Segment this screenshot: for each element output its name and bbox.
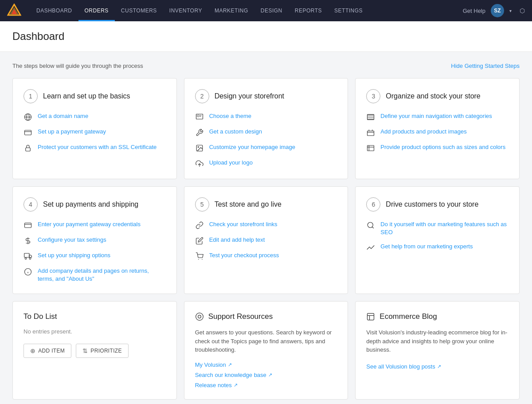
shipping-options-link[interactable]: Set up your shipping options — [38, 251, 110, 259]
card-1-title: Learn and set up the basics — [43, 92, 130, 100]
my-volusion-link[interactable]: My Volusion ↗ — [195, 361, 337, 368]
list-item: Get a domain name — [23, 112, 166, 122]
support-icon — [195, 312, 204, 321]
nav-item-dashboard[interactable]: DASHBOARD — [30, 0, 78, 21]
external-icon-2: ↗ — [268, 372, 272, 378]
list-item: Add company details and pages on returns… — [23, 267, 166, 283]
chevron-down-icon[interactable]: ▾ — [509, 8, 512, 13]
plus-icon: ⊕ — [30, 347, 35, 354]
add-products-link[interactable]: Add products and product images — [380, 128, 466, 136]
card-1-header: 1 Learn and set up the basics — [23, 89, 166, 103]
svg-point-40 — [198, 315, 201, 318]
upload-logo-link[interactable]: Upload your logo — [209, 159, 253, 167]
prioritize-button[interactable]: ⇅ PRIORITIZE — [76, 344, 129, 358]
steps-row-1: 1 Learn and set up the basics Get a doma… — [12, 78, 520, 179]
upload-icon — [195, 159, 204, 168]
blog-desc: Visit Volusion's industry-leading ecomme… — [366, 328, 509, 354]
link-icon — [195, 221, 204, 230]
svg-line-39 — [372, 227, 374, 228]
company-details-link[interactable]: Add company details and pages on returns… — [38, 267, 166, 283]
card-6-title: Drive customers to your store — [386, 200, 478, 208]
ssl-link[interactable]: Protect your customers with an SSL Certi… — [38, 143, 156, 151]
globe-icon — [23, 113, 32, 122]
step-card-2: 2 Design your storefront Choose a theme … — [184, 78, 348, 179]
blog-title-text: Ecommerce Blog — [379, 312, 437, 321]
custom-design-link[interactable]: Get a custom design — [209, 128, 262, 136]
guide-text: The steps below will guide you through t… — [12, 63, 143, 69]
card-4-title: Set up payments and shipping — [43, 200, 138, 208]
blog-external-icon: ↗ — [437, 364, 441, 369]
list-item: Enter your payment gateway credentials — [23, 220, 166, 230]
nav-right: Get Help SZ ▾ ⬡ — [463, 4, 525, 17]
homepage-image-link[interactable]: Customize your homepage image — [209, 143, 295, 151]
product-icon — [366, 128, 375, 137]
svg-point-31 — [25, 258, 27, 259]
blog-title: Ecommerce Blog — [366, 312, 509, 321]
get-domain-link[interactable]: Get a domain name — [38, 112, 88, 120]
svg-rect-6 — [25, 130, 31, 135]
choose-theme-link[interactable]: Choose a theme — [209, 112, 251, 120]
release-notes-label: Release notes — [195, 382, 232, 388]
svg-point-41 — [196, 313, 203, 321]
svg-point-14 — [198, 146, 199, 147]
external-link-icon[interactable]: ⬡ — [520, 7, 525, 14]
knowledge-base-link[interactable]: Search our knowledge base ↗ — [195, 372, 337, 378]
image-icon — [195, 144, 204, 153]
logo[interactable] — [7, 4, 21, 18]
svg-rect-24 — [368, 145, 374, 151]
product-options-link[interactable]: Provide product options such as sizes an… — [380, 143, 505, 151]
nav-item-design[interactable]: DESIGN — [254, 0, 289, 21]
storefront-links-link[interactable]: Check your storefront links — [209, 220, 278, 228]
card-2-title: Design your storefront — [215, 92, 284, 100]
svg-rect-27 — [25, 223, 31, 228]
payment-gateway-link[interactable]: Set up a payment gateway — [38, 128, 106, 136]
prioritize-label: PRIORITIZE — [90, 348, 121, 354]
todo-title: To Do List — [23, 312, 166, 321]
knowledge-base-label: Search our knowledge base — [195, 372, 266, 378]
external-icon-1: ↗ — [228, 362, 232, 368]
svg-point-37 — [202, 259, 203, 260]
nav-item-reports[interactable]: REPORTS — [289, 0, 328, 21]
get-help-link[interactable]: Get Help — [463, 8, 485, 14]
credit-card-2-icon — [23, 221, 32, 230]
nav-item-settings[interactable]: SETTINGS — [328, 0, 369, 21]
external-icon-3: ↗ — [234, 382, 238, 388]
bottom-row: To Do List No entries present. ⊕ ADD ITE… — [12, 301, 520, 400]
release-notes-link[interactable]: Release notes ↗ — [195, 382, 337, 388]
help-text-link[interactable]: Edit and add help text — [209, 236, 265, 244]
truck-icon — [23, 252, 32, 261]
blog-card: Ecommerce Blog Visit Volusion's industry… — [355, 301, 520, 400]
seo-link[interactable]: Do it yourself with our marketing featur… — [380, 220, 509, 236]
navigation-link[interactable]: Define your main navigation with categor… — [380, 112, 492, 120]
hide-steps-link[interactable]: Hide Getting Started Steps — [451, 63, 520, 69]
main-content: The steps below will guide you through t… — [0, 52, 532, 404]
step-number-5: 5 — [195, 197, 209, 212]
tax-settings-link[interactable]: Configure your tax settings — [38, 236, 106, 244]
nav-item-inventory[interactable]: INVENTORY — [163, 0, 208, 21]
options-icon — [366, 144, 375, 153]
avatar[interactable]: SZ — [491, 4, 504, 17]
support-card: Support Resources Get answers to your qu… — [184, 301, 348, 400]
list-item: Set up your shipping options — [23, 251, 166, 261]
add-item-button[interactable]: ⊕ ADD ITEM — [23, 344, 71, 358]
gateway-credentials-link[interactable]: Enter your payment gateway credentials — [38, 220, 141, 228]
page-header: Dashboard — [0, 21, 532, 52]
card-2-header: 2 Design your storefront — [195, 89, 337, 103]
list-item: Add products and product images — [366, 128, 509, 137]
blog-posts-link[interactable]: See all Volusion blog posts ↗ — [366, 363, 509, 370]
nav-item-customers[interactable]: CUSTOMERS — [115, 0, 163, 21]
cart-icon — [195, 252, 204, 261]
step-number-4: 4 — [23, 197, 38, 212]
step-card-6: 6 Drive customers to your store Do it yo… — [355, 186, 520, 294]
card-2-links: Choose a theme Get a custom design Custo… — [195, 112, 337, 168]
support-title-text: Support Resources — [208, 312, 273, 321]
nav-item-marketing[interactable]: MARKETING — [208, 0, 254, 21]
step-number-1: 1 — [23, 89, 38, 103]
add-item-label: ADD ITEM — [38, 348, 65, 354]
checkout-link[interactable]: Test your checkout process — [209, 251, 279, 259]
step-card-1: 1 Learn and set up the basics Get a doma… — [12, 78, 177, 179]
card-3-header: 3 Organize and stock your store — [366, 89, 509, 103]
marketing-experts-link[interactable]: Get help from our marketing experts — [380, 243, 473, 251]
list-item: Provide product options such as sizes an… — [366, 143, 509, 153]
nav-item-orders[interactable]: ORDERS — [78, 0, 115, 21]
